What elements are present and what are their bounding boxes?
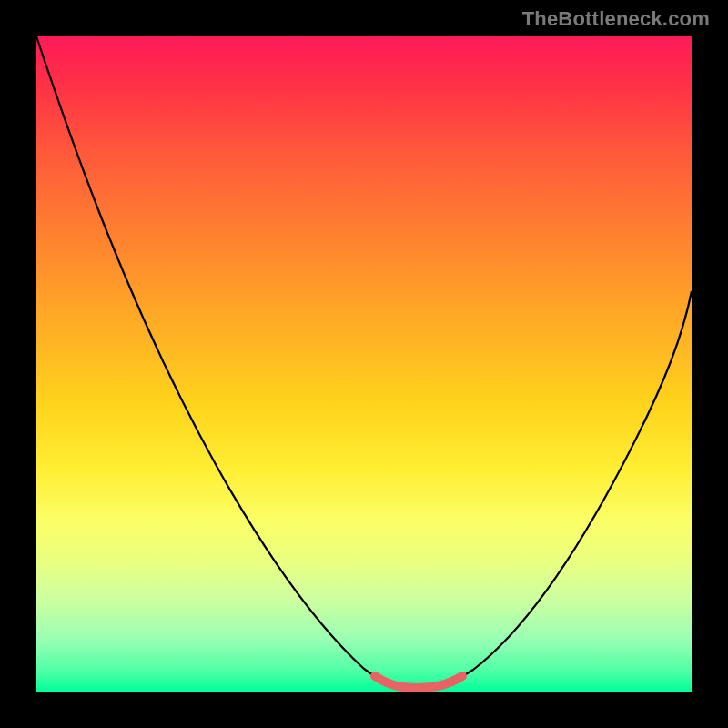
optimal-range-highlight [375,676,462,688]
watermark-text: TheBottleneck.com [522,7,710,31]
plot-area [36,36,692,692]
curve-layer [36,36,692,692]
chart-frame: TheBottleneck.com [0,0,728,728]
bottleneck-curve [36,36,692,688]
